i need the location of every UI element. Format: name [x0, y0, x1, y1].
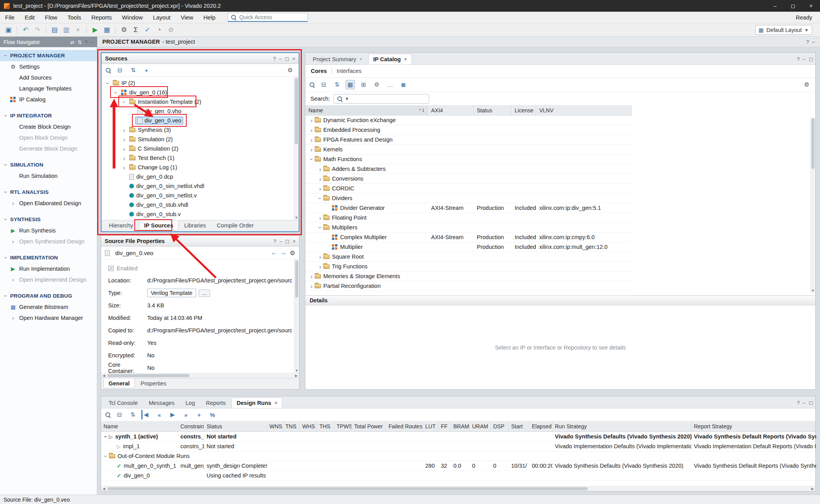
source-tree-item-div-gen-0-16[interactable]: › div_gen_0 (16) [102, 88, 299, 97]
column-header-status[interactable]: Status [474, 106, 512, 115]
flow-section-implementation[interactable]: › IMPLEMENTATION [0, 252, 97, 263]
details-icon[interactable]: ◼ [399, 80, 408, 89]
settings-icon[interactable]: ⚙ [285, 66, 295, 75]
tab-log[interactable]: Log [180, 398, 200, 408]
help-icon[interactable]: ? [797, 56, 800, 62]
ip-catalog-row-fpga-features-and-design[interactable]: ›FPGA Features and Design [305, 135, 632, 145]
flow-item-run-implementation[interactable]: ▶ Run Implementation [0, 263, 97, 274]
column-header-tpws[interactable]: TPWS [334, 421, 352, 431]
undo-icon[interactable]: ↶ [20, 25, 31, 35]
percent-icon[interactable]: % [208, 410, 217, 419]
scroll-down-icon[interactable]: ▼ [294, 368, 299, 373]
expand-sort-icon[interactable]: ⇅ [332, 80, 342, 89]
enabled-checkbox[interactable] [108, 266, 114, 271]
delete-icon[interactable]: × [73, 25, 83, 35]
minimize-icon[interactable]: – [279, 56, 282, 62]
scrollbar-thumb[interactable] [107, 374, 189, 377]
column-header-name[interactable]: Name [101, 421, 178, 431]
menu-layout[interactable]: Layout [148, 12, 176, 23]
ip-catalog-row-floating-point[interactable]: ›Floating Point [305, 213, 632, 223]
chevron-down-icon[interactable]: › [121, 99, 128, 105]
maximize-button[interactable]: ◻ [784, 0, 802, 12]
help-icon[interactable]: ? [797, 400, 800, 406]
flow-item-settings[interactable]: ⚙ Settings [0, 61, 97, 72]
close-icon[interactable]: × [292, 56, 295, 62]
float-icon[interactable]: ◻ [285, 56, 289, 62]
chevron-right-icon[interactable]: › [317, 215, 323, 221]
chevron-down-icon[interactable]: › [317, 224, 324, 231]
float-icon[interactable]: ◻ [285, 238, 290, 244]
scrollbar-thumb[interactable] [107, 487, 588, 490]
redo-icon[interactable]: ↷ [32, 25, 43, 35]
back-icon[interactable]: « [155, 410, 164, 419]
chevron-right-icon[interactable]: › [121, 127, 127, 133]
source-tree-item-div-gen-0-stub-vhdl[interactable]: div_gen_0_stub.vhdl [102, 200, 299, 209]
source-tree-item-change-log-1[interactable]: › Change Log (1) [102, 163, 299, 172]
flow-section-simulation[interactable]: › SIMULATION [0, 159, 97, 170]
chevron-right-icon[interactable]: › [121, 146, 127, 152]
column-header-bram[interactable]: BRAM [451, 421, 470, 431]
minimize-icon[interactable]: – [812, 39, 815, 45]
chevron-right-icon[interactable]: › [308, 283, 315, 289]
minimize-button[interactable]: – [766, 0, 784, 12]
chevron-right-icon[interactable]: › [308, 273, 315, 280]
close-icon[interactable]: × [404, 56, 407, 62]
minimize-icon[interactable]: – [91, 39, 94, 45]
column-header-axi4[interactable]: AXI4 [428, 106, 474, 115]
flow-item-generate-block-design[interactable]: Generate Block Design [0, 143, 97, 154]
chevron-right-icon[interactable]: › [308, 137, 315, 143]
scroll-right-icon[interactable]: ▶ [810, 486, 815, 491]
collapse-all-icon[interactable]: ⊟ [319, 80, 328, 89]
column-header-status[interactable]: Status [204, 421, 267, 431]
collapse-all-icon[interactable]: ⊟ [115, 410, 124, 419]
scroll-left-icon[interactable]: ◀ [101, 373, 107, 378]
flow-item-generate-bitstream[interactable]: ▦ Generate Bitstream [0, 302, 97, 312]
column-header-constraints[interactable]: Constraints [178, 421, 204, 431]
tab-messages[interactable]: Messages [144, 398, 180, 408]
tab-hierarchy[interactable]: Hierarchy [104, 220, 138, 230]
scrollbar-thumb[interactable] [295, 78, 298, 144]
column-header-whs[interactable]: WHS [300, 421, 317, 431]
source-tree-item-test-bench-1[interactable]: › Test Bench (1) [102, 153, 299, 163]
column-header-run-strategy[interactable]: Run Strategy [553, 421, 692, 431]
float-icon[interactable]: ◻ [809, 56, 813, 62]
flow-section-synthesis[interactable]: › SYNTHESIS [0, 214, 97, 225]
search-icon[interactable] [105, 412, 111, 418]
flow-item-ip-catalog[interactable]: IP Catalog [0, 94, 97, 105]
ip-catalog-row-trig-functions[interactable]: ›Trig Functions [305, 262, 632, 272]
design-run-row-out-of-context-module-runs[interactable]: ›Out-of-Context Module Runs [101, 451, 815, 461]
ip-catalog-row-multipliers[interactable]: ›Multipliers [305, 223, 632, 232]
help-icon[interactable]: ? [273, 56, 276, 62]
cancel-icon[interactable]: ⊘ [166, 25, 176, 35]
run-icon[interactable]: ▶ [90, 25, 100, 35]
expand-all-icon[interactable]: ⇅ [78, 39, 82, 45]
scroll-down-icon[interactable]: ▼ [294, 215, 299, 220]
flow-item-open-block-design[interactable]: Open Block Design [0, 132, 97, 143]
settings-icon[interactable]: ⚙ [802, 80, 811, 89]
help-icon[interactable]: ? [85, 39, 88, 45]
chevron-down-icon[interactable]: › [113, 89, 119, 96]
menu-help[interactable]: Help [198, 12, 221, 23]
flow-item-create-block-design[interactable]: Create Block Design [0, 121, 97, 132]
quick-access-search[interactable]: Quick Access [228, 13, 308, 22]
chevron-down-icon[interactable]: › [317, 195, 324, 201]
flow-item-run-simulation[interactable]: Run Simulation [0, 170, 97, 181]
close-button[interactable]: × [802, 0, 820, 12]
help-icon[interactable]: ? [273, 238, 276, 244]
tab-properties[interactable]: Properties [135, 378, 171, 388]
source-tree-item-div-gen-0-stub-v[interactable]: div_gen_0_stub.v [102, 209, 299, 219]
history-icon[interactable]: ◔ [154, 25, 164, 35]
expand-sort-icon[interactable]: ⇅ [128, 66, 138, 75]
column-header-elapsed[interactable]: Elapsed [529, 421, 553, 431]
paste-icon[interactable]: ▥ [61, 25, 71, 35]
chevron-right-icon[interactable]: › [317, 185, 323, 192]
source-tree-item-div-gen-0-sim-netlist-v[interactable]: div_gen_0_sim_netlist.v [102, 191, 299, 200]
flow-item-run-synthesis[interactable]: ▶ Run Synthesis [0, 225, 97, 236]
save-icon[interactable]: ▣ [3, 25, 14, 35]
sfp-horizontal-scrollbar[interactable]: ◀ ▶ [101, 373, 299, 378]
menu-view[interactable]: View [176, 12, 198, 23]
subtab-interfaces[interactable]: Interfaces [337, 68, 362, 74]
scroll-left-icon[interactable]: ◀ [101, 486, 107, 491]
search-icon[interactable] [105, 67, 111, 73]
close-icon[interactable]: × [275, 400, 278, 406]
